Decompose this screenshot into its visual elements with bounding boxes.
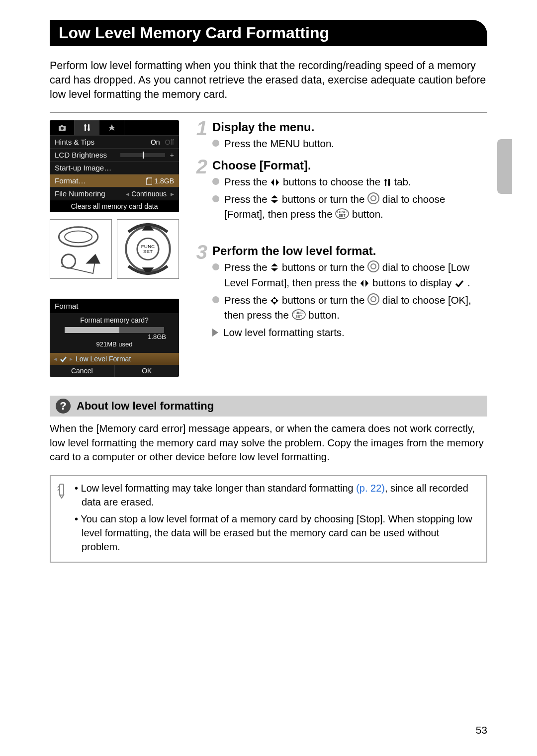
menu-lcd-label: LCD Brightness — [55, 151, 107, 159]
step-1-number: 1 — [191, 120, 207, 154]
step-1-bullet-1: Press the MENU button. — [212, 136, 487, 152]
about-body: When the [Memory card error] message app… — [50, 421, 487, 464]
svg-point-29 — [62, 254, 76, 268]
menu-hints-label: Hints & Tips — [55, 138, 94, 146]
control-dial-icon — [367, 192, 379, 204]
up-down-icon — [270, 194, 279, 204]
menu-footer: Clears all memory card data — [50, 200, 179, 212]
format-cancel: Cancel — [50, 365, 114, 377]
control-dial-icon — [367, 293, 379, 305]
divider — [50, 112, 487, 113]
menu-hints-value: OnOff — [151, 138, 174, 146]
svg-marker-30 — [86, 254, 100, 264]
tab-tools-icon — [75, 120, 99, 135]
step-3-number: 3 — [191, 244, 207, 342]
page-number: 53 — [476, 724, 487, 736]
page-title: Low Level Memory Card Formatting — [50, 20, 487, 46]
note-item-2: You can stop a low level format of a mem… — [75, 512, 477, 554]
step-3-bullet-2: Press the buttons or turn the dial to ch… — [212, 293, 487, 324]
func-set-icon — [292, 309, 306, 320]
note-item-1: Low level formatting may take longer tha… — [75, 481, 477, 509]
step-2-bullet-1: Press the buttons to choose the tab. — [212, 174, 487, 190]
menu-filenum-value: ◂ Continuous ▸ — [126, 190, 174, 198]
left-right-icon — [359, 279, 369, 288]
about-heading-bar: ? About low level formatting — [50, 396, 487, 417]
format-ok: OK — [114, 365, 179, 377]
tab-star-icon — [99, 120, 124, 135]
up-down-icon — [270, 262, 279, 272]
func-set-icon — [335, 208, 349, 219]
four-way-icon — [270, 296, 279, 305]
control-illustrations: FUNC SET — [50, 219, 179, 279]
lcd-format-screenshot: Format Format memory card? 1.8GB 921MB u… — [50, 299, 179, 377]
checkmark-icon — [454, 279, 464, 288]
format-total-size: 1.8GB — [55, 333, 174, 340]
intro-paragraph: Perform low level formatting when you th… — [50, 59, 487, 102]
step-2-title: Choose [Format]. — [212, 159, 487, 172]
format-screen-title: Format — [50, 299, 179, 313]
format-usage-bar — [65, 327, 164, 333]
format-question: Format memory card? — [55, 316, 174, 324]
menu-format-value: 1.8GB — [145, 177, 174, 185]
dial-illustration-right: FUNC SET — [117, 219, 179, 279]
step-3-bullet-1: Press the buttons or turn the dial to ch… — [212, 260, 487, 291]
step-3-bullet-3: Low level formatting starts. — [212, 325, 487, 340]
about-title: About low level formatting — [77, 400, 214, 413]
chapter-thumb-tab — [497, 139, 512, 194]
step-3-title: Perform the low level format. — [212, 244, 487, 258]
format-llf-row: ◂ ▸ Low Level Format — [50, 353, 179, 365]
menu-filenum-label: File Numbering — [55, 189, 105, 198]
menu-button-label: MENU — [270, 138, 300, 149]
control-dial-icon — [367, 260, 379, 272]
tab-camera-icon — [50, 120, 75, 135]
menu-format-label: Format… — [55, 176, 86, 185]
svg-point-28 — [65, 231, 92, 243]
note-box: Low level formatting may take longer tha… — [50, 475, 487, 563]
format-used-size: 921MB used — [55, 340, 174, 348]
step-2-number: 2 — [191, 159, 207, 224]
page-reference-link[interactable]: (p. 22) — [356, 483, 385, 494]
question-mark-icon: ? — [56, 399, 71, 414]
lcd-menu-screenshot: Hints & Tips OnOff LCD Brightness + Star… — [50, 120, 179, 212]
menu-lcd-slider: + — [120, 151, 174, 159]
step-1-title: Display the menu. — [212, 120, 487, 134]
pencil-note-icon — [57, 483, 68, 557]
dial-illustration-left — [50, 219, 112, 279]
left-right-icon — [270, 178, 280, 187]
step-2-bullet-2: Press the buttons or turn the dial to ch… — [212, 192, 487, 223]
svg-text:SET: SET — [143, 249, 153, 254]
tools-tab-icon — [383, 178, 391, 187]
menu-startup-label: Start-up Image… — [55, 164, 111, 172]
